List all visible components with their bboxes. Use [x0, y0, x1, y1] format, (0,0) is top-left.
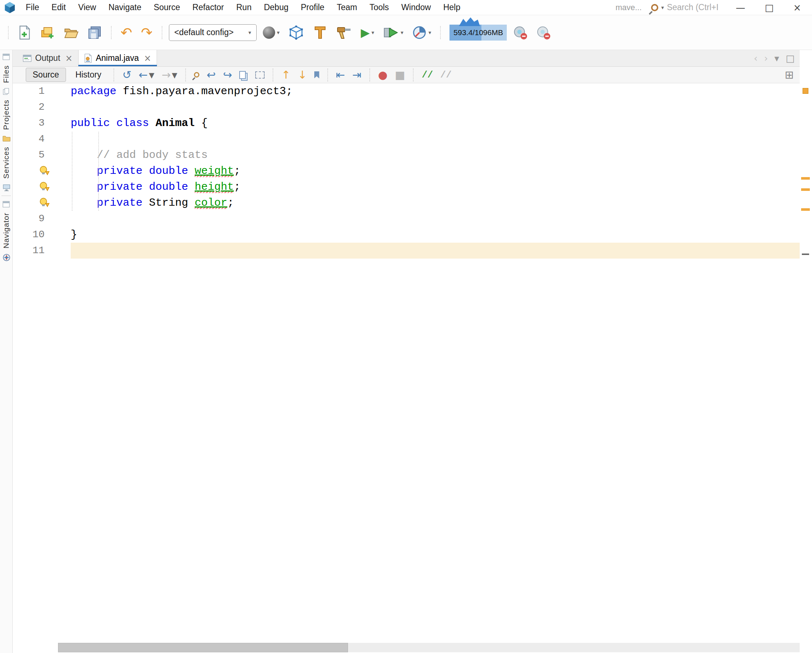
sidebar-item-files[interactable]: Files: [2, 65, 11, 83]
menu-debug[interactable]: Debug: [258, 0, 295, 15]
minimize-button[interactable]: —: [731, 2, 750, 13]
tab-animal-close-icon[interactable]: ×: [144, 53, 151, 63]
tab-list-icon[interactable]: ▾: [774, 53, 779, 64]
shift-right-button[interactable]: ⇥: [350, 68, 363, 82]
scroll-tabs-right-icon[interactable]: ›: [764, 53, 768, 64]
code-row[interactable]: private double weight;: [13, 163, 800, 179]
debug-project-button[interactable]: ▾: [380, 23, 406, 42]
window-restore-icon-2[interactable]: [3, 201, 10, 207]
services-icon[interactable]: [3, 184, 10, 190]
shift-left-button[interactable]: ⇤: [334, 68, 347, 82]
warning-bulb-icon[interactable]: [13, 179, 71, 195]
code-line[interactable]: private double weight;: [71, 163, 800, 179]
search-icon[interactable]: [651, 4, 658, 11]
code-line[interactable]: [71, 211, 800, 227]
code-row[interactable]: 9: [13, 211, 800, 227]
code-line[interactable]: [71, 99, 800, 115]
code-row[interactable]: private String color;: [13, 195, 800, 211]
find-selection-button[interactable]: [192, 68, 201, 82]
code-line[interactable]: [71, 131, 800, 147]
profile-project-button[interactable]: ▾: [410, 23, 434, 42]
menu-run[interactable]: Run: [230, 0, 258, 15]
next-bookmark-button[interactable]: ↓: [295, 68, 309, 82]
code-row[interactable]: 2: [13, 99, 800, 115]
warning-bulb-icon[interactable]: [13, 163, 71, 179]
start-macro-button[interactable]: ■: [392, 68, 407, 82]
code-row[interactable]: 4: [13, 131, 800, 147]
toggle-highlight-button[interactable]: [237, 68, 250, 82]
navigator-compass-icon[interactable]: [3, 254, 10, 260]
close-button[interactable]: ×: [788, 2, 806, 13]
menu-profile[interactable]: Profile: [295, 0, 331, 15]
new-project-button[interactable]: [38, 23, 57, 42]
toggle-bookmark-button[interactable]: [312, 68, 322, 82]
code-row[interactable]: 11: [13, 243, 800, 259]
clean-build-button[interactable]: [310, 23, 330, 42]
undo-button[interactable]: ↶: [118, 23, 135, 42]
menu-edit[interactable]: Edit: [45, 0, 72, 15]
warning-mark[interactable]: [801, 188, 810, 191]
code-line[interactable]: [71, 243, 800, 259]
code-line[interactable]: private double height;: [71, 179, 800, 195]
build-project-button[interactable]: [285, 23, 307, 42]
menu-view[interactable]: View: [72, 0, 102, 15]
file-status-mark[interactable]: [803, 88, 808, 94]
redo-button[interactable]: ↷: [139, 23, 155, 42]
history-view-button[interactable]: History: [69, 68, 108, 82]
open-project-button[interactable]: [61, 23, 81, 42]
sidebar-item-navigator[interactable]: Navigator: [2, 213, 11, 248]
menu-file[interactable]: File: [20, 0, 45, 15]
tab-animal-java[interactable]: Animal.java ×: [78, 50, 157, 66]
maximize-button[interactable]: □: [760, 2, 779, 13]
code-line[interactable]: private String color;: [71, 195, 800, 211]
menu-navigate[interactable]: Navigate: [102, 0, 148, 15]
browser-select-button[interactable]: ▾: [260, 23, 282, 42]
search-dropdown-icon[interactable]: ▾: [661, 5, 664, 11]
rectangular-selection-button[interactable]: [253, 68, 267, 82]
comment-button[interactable]: //: [420, 68, 435, 82]
menu-source[interactable]: Source: [148, 0, 186, 15]
tab-output[interactable]: Output ×: [17, 50, 78, 66]
quick-search[interactable]: ▾ Search (Ctrl+I: [651, 3, 721, 12]
code-editor[interactable]: 1package fish.payara.mavenproject3;23pub…: [13, 83, 800, 642]
new-file-button[interactable]: [15, 23, 34, 42]
warning-bulb-icon[interactable]: [13, 195, 71, 211]
uncomment-button[interactable]: //: [438, 68, 454, 82]
find-previous-button[interactable]: ↩: [205, 68, 218, 82]
code-line[interactable]: public class Animal {: [71, 115, 800, 131]
projects-folder-icon[interactable]: [3, 135, 10, 142]
maximize-window-icon[interactable]: □: [786, 53, 795, 64]
window-restore-icon[interactable]: [3, 53, 10, 60]
config-combobox[interactable]: <default config> ▾: [169, 24, 256, 41]
code-row[interactable]: 5 // add body stats: [13, 147, 800, 163]
menu-window[interactable]: Window: [395, 0, 437, 15]
find-next-button[interactable]: ↪: [221, 68, 234, 82]
previous-bookmark-button[interactable]: ↑: [279, 68, 293, 82]
menu-help[interactable]: Help: [437, 0, 467, 15]
files-icon[interactable]: [3, 88, 10, 94]
scrollbar-thumb[interactable]: [58, 643, 348, 652]
code-line[interactable]: package fish.payara.mavenproject3;: [71, 83, 800, 99]
sidebar-item-services[interactable]: Services: [2, 147, 11, 179]
forward-button[interactable]: →▾: [160, 68, 179, 82]
code-row[interactable]: 1package fish.payara.mavenproject3;: [13, 83, 800, 99]
horizontal-scrollbar[interactable]: [13, 642, 800, 653]
search-input[interactable]: Search (Ctrl+I: [667, 3, 721, 12]
error-stripe[interactable]: [800, 50, 812, 653]
split-document-button[interactable]: ⊞: [783, 68, 796, 82]
warning-mark[interactable]: [801, 208, 810, 211]
sidebar-item-projects[interactable]: Projects: [2, 100, 11, 130]
warning-mark[interactable]: [801, 177, 810, 180]
back-button[interactable]: ←▾: [137, 68, 157, 82]
last-edit-button[interactable]: ↺: [120, 68, 133, 82]
code-row[interactable]: 10}: [13, 227, 800, 243]
scroll-tabs-left-icon[interactable]: ‹: [754, 53, 758, 64]
tab-output-close-icon[interactable]: ×: [65, 53, 72, 63]
stop-macro-button[interactable]: ●: [376, 68, 390, 82]
code-row[interactable]: private double height;: [13, 179, 800, 195]
save-all-button[interactable]: [85, 23, 104, 42]
deploy-button[interactable]: [334, 23, 354, 42]
menu-refactor[interactable]: Refactor: [186, 0, 230, 15]
menu-team[interactable]: Team: [331, 0, 363, 15]
run-project-button[interactable]: ▶ ▾: [358, 23, 377, 42]
